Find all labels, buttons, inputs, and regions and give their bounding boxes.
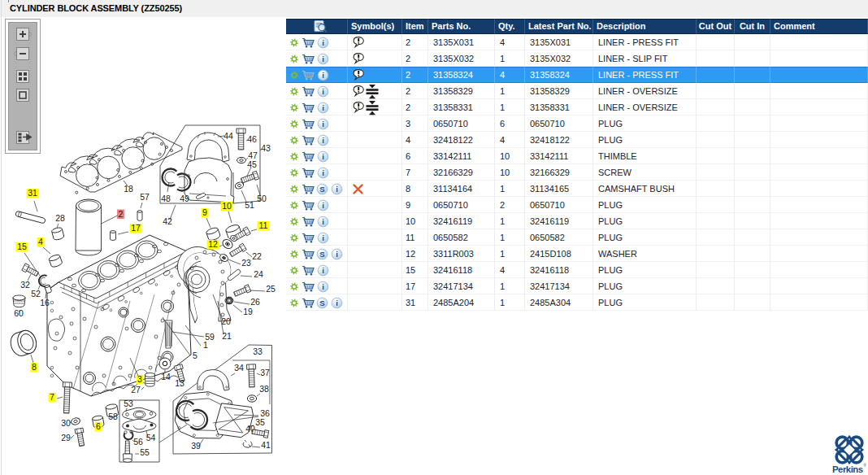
svg-text:8: 8: [32, 362, 37, 372]
svg-text:41: 41: [261, 440, 271, 450]
svg-text:9: 9: [202, 207, 207, 217]
svg-text:10: 10: [222, 201, 232, 211]
svg-text:58: 58: [108, 412, 118, 421]
svg-text:49: 49: [180, 194, 189, 203]
svg-text:55: 55: [140, 447, 150, 457]
svg-text:i: i: [336, 299, 338, 307]
svg-text:i: i: [336, 185, 338, 194]
svg-text:25: 25: [266, 284, 276, 294]
svg-text:1: 1: [203, 340, 208, 350]
svg-text:i: i: [322, 201, 324, 210]
svg-text:S: S: [319, 250, 325, 259]
svg-text:i: i: [322, 266, 324, 275]
svg-text:20: 20: [221, 316, 231, 326]
svg-text:57: 57: [140, 192, 150, 202]
svg-text:29: 29: [61, 433, 71, 442]
svg-text:4: 4: [38, 237, 43, 246]
svg-text:31: 31: [28, 188, 37, 198]
svg-text:37: 37: [260, 368, 270, 377]
svg-text:17: 17: [131, 223, 141, 233]
svg-text:46: 46: [247, 134, 257, 144]
svg-text:i: i: [322, 54, 324, 63]
svg-text:60: 60: [14, 308, 24, 318]
svg-text:16: 16: [40, 298, 50, 307]
svg-text:18: 18: [124, 184, 133, 194]
svg-text:7: 7: [50, 392, 54, 402]
svg-text:6: 6: [96, 421, 101, 431]
svg-text:5: 5: [193, 351, 197, 360]
svg-text:i: i: [322, 71, 324, 80]
svg-text:28: 28: [55, 213, 65, 223]
svg-text:30: 30: [61, 418, 71, 428]
svg-text:i: i: [322, 136, 324, 145]
svg-text:®: ®: [864, 463, 867, 468]
svg-text:34: 34: [234, 363, 244, 373]
svg-text:33: 33: [253, 346, 263, 356]
svg-text:38: 38: [259, 384, 269, 394]
svg-text:35: 35: [255, 417, 265, 427]
svg-text:i: i: [322, 233, 324, 242]
svg-text:19: 19: [243, 307, 253, 316]
svg-text:i: i: [322, 282, 324, 291]
svg-text:50: 50: [257, 194, 267, 203]
svg-text:i: i: [322, 217, 324, 226]
svg-text:11: 11: [259, 220, 268, 230]
svg-text:24: 24: [254, 269, 263, 279]
svg-text:i: i: [322, 152, 324, 161]
svg-text:2: 2: [119, 209, 124, 219]
svg-text:14: 14: [161, 372, 171, 381]
svg-text:53: 53: [124, 399, 133, 408]
svg-text:45: 45: [247, 159, 257, 169]
svg-text:43: 43: [261, 143, 271, 153]
svg-text:26: 26: [250, 297, 260, 307]
svg-text:Perkins: Perkins: [832, 464, 863, 474]
svg-text:32: 32: [20, 280, 30, 290]
svg-text:22: 22: [252, 251, 262, 261]
svg-text:44: 44: [224, 131, 233, 141]
svg-text:27: 27: [131, 385, 141, 394]
svg-text:S: S: [319, 299, 325, 307]
svg-text:i: i: [322, 87, 324, 96]
svg-text:23: 23: [241, 258, 251, 268]
svg-text:56: 56: [133, 437, 143, 447]
svg-text:i: i: [336, 250, 338, 259]
svg-text:i: i: [322, 38, 324, 47]
svg-text:i: i: [322, 103, 324, 112]
svg-text:15: 15: [17, 242, 27, 251]
svg-text:i: i: [322, 120, 324, 129]
svg-text:12: 12: [208, 239, 218, 249]
svg-text:S: S: [319, 185, 325, 194]
svg-text:i: i: [322, 168, 324, 177]
svg-text:48: 48: [161, 194, 171, 203]
